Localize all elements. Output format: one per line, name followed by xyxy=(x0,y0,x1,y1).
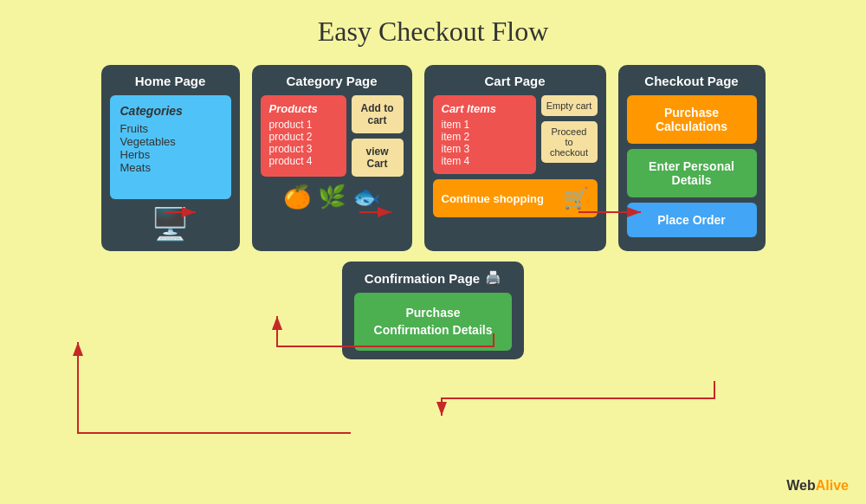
home-item-vegetables: Vegetables xyxy=(120,135,221,148)
herb-icon: 🌿 xyxy=(318,184,346,210)
purchase-calculations-button[interactable]: Purchase Calculations xyxy=(627,95,757,144)
checkout-page-card: Checkout Page Purchase Calculations Ente… xyxy=(618,65,766,251)
cart-item-1: item 1 xyxy=(442,119,527,131)
enter-personal-details-button[interactable]: Enter Personal Details xyxy=(627,149,757,197)
category-title: Category Page xyxy=(261,74,404,88)
product-1: product 1 xyxy=(269,119,338,131)
cart-side-buttons: Empty cart Proceed to checkout xyxy=(541,95,598,174)
empty-cart-button[interactable]: Empty cart xyxy=(541,95,598,116)
cart-item-3: item 3 xyxy=(442,143,527,155)
branding: WebAlive xyxy=(786,478,849,494)
category-page-card: Category Page Products product 1 product… xyxy=(252,65,412,251)
place-order-button[interactable]: Place Order xyxy=(627,203,757,237)
product-3: product 3 xyxy=(269,143,338,155)
products-title: Products xyxy=(269,102,338,115)
flow-container: Home Page Categories Fruits Vegetables H… xyxy=(0,56,866,251)
cart-items-box: Cart Items item 1 item 2 item 3 item 4 xyxy=(433,95,536,174)
home-item-herbs: Herbs xyxy=(120,148,221,161)
cart-content: Cart Items item 1 item 2 item 3 item 4 E… xyxy=(433,95,598,174)
cart-items-title: Cart Items xyxy=(442,102,527,115)
confirmation-title: Confirmation Page 🖨️ xyxy=(354,270,512,286)
fish-icon: 🐟 xyxy=(352,184,380,210)
cart-page-card: Cart Page Cart Items item 1 item 2 item … xyxy=(424,65,606,251)
add-to-cart-button[interactable]: Add to cart xyxy=(352,95,404,133)
home-inner: Categories Fruits Vegetables Herbs Meats xyxy=(110,95,231,199)
continue-shopping-button[interactable]: Continue shopping 🛒 xyxy=(433,179,598,217)
home-title: Home Page xyxy=(110,74,231,88)
products-box: Products product 1 product 2 product 3 p… xyxy=(261,95,346,177)
home-item-meats: Meats xyxy=(120,161,221,174)
checkout-title: Checkout Page xyxy=(627,74,757,88)
computer-icon: 🖥️ xyxy=(110,206,231,242)
product-2: product 2 xyxy=(269,131,338,143)
printer-icon: 🖨️ xyxy=(485,270,501,286)
brand-alive: Alive xyxy=(816,478,849,493)
confirmation-section: Confirmation Page 🖨️ Purchase Confirmati… xyxy=(0,262,866,359)
cart-item-4: item 4 xyxy=(442,155,527,167)
proceed-checkout-button[interactable]: Proceed to checkout xyxy=(541,121,598,163)
cart-item-2: item 2 xyxy=(442,131,527,143)
purchase-confirmation-details-button[interactable]: Purchase Confirmation Details xyxy=(354,293,512,351)
confirmation-page-card: Confirmation Page 🖨️ Purchase Confirmati… xyxy=(342,262,524,359)
cart-title: Cart Page xyxy=(433,74,598,88)
product-emojis: 🍊 🌿 🐟 xyxy=(261,184,404,210)
apple-icon: 🍊 xyxy=(283,184,311,210)
page-title: Easy Checkout Flow xyxy=(0,0,866,56)
brand-web: Web xyxy=(786,478,815,493)
category-buttons: Add to cart view Cart xyxy=(352,95,404,177)
continue-shopping-text: Continue shopping xyxy=(442,192,556,205)
product-4: product 4 xyxy=(269,155,338,167)
home-page-card: Home Page Categories Fruits Vegetables H… xyxy=(101,65,240,251)
view-cart-button[interactable]: view Cart xyxy=(352,139,404,177)
home-item-fruits: Fruits xyxy=(120,122,221,135)
category-content: Products product 1 product 2 product 3 p… xyxy=(261,95,404,177)
categories-title: Categories xyxy=(120,104,221,118)
shopping-cart-icon: 🛒 xyxy=(563,186,589,210)
